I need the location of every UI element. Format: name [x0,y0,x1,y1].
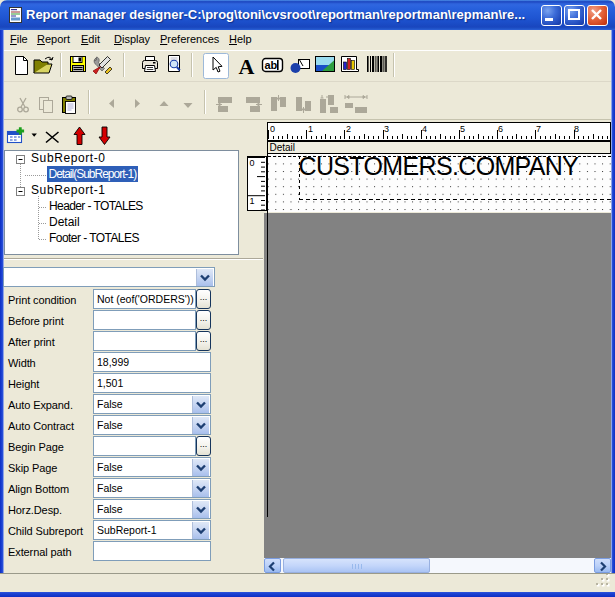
svg-text:8: 8 [574,124,579,134]
svg-text:4: 4 [422,124,427,134]
svg-text:1: 1 [308,124,313,134]
svg-text:1: 1 [249,196,254,206]
svg-text:7: 7 [536,124,541,134]
svg-text:3: 3 [384,124,389,134]
svg-text:5: 5 [460,124,465,134]
svg-text:A: A [239,54,255,79]
svg-text:ab: ab [265,59,278,71]
svg-text:0: 0 [270,124,275,134]
svg-text:0: 0 [249,158,254,168]
svg-text:6: 6 [498,124,503,134]
svg-text:2: 2 [346,124,351,134]
